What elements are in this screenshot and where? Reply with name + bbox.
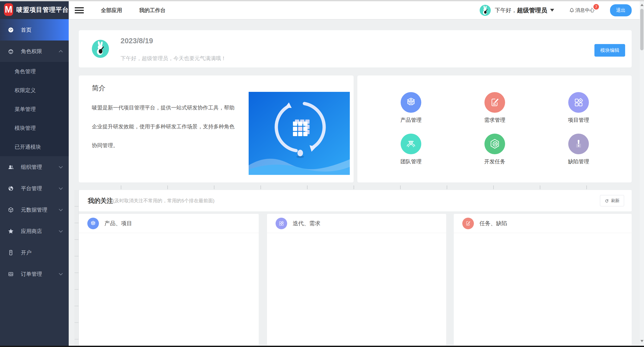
logo-m-icon: M xyxy=(4,3,13,16)
doc-edit-icon xyxy=(488,96,501,109)
cube-icon xyxy=(90,220,97,227)
app-title: 唛盟项目管理平台 xyxy=(16,6,69,14)
window-top-border xyxy=(0,0,644,1)
user-avatar[interactable] xyxy=(480,5,491,16)
sidebar-subitem-role-management[interactable]: 角色管理 xyxy=(0,62,69,81)
chevron-down-icon xyxy=(59,164,63,168)
user-menu[interactable]: 下午好，超级管理员 xyxy=(495,6,554,14)
app-shortcut-dev-tasks[interactable]: JS 开发任务 xyxy=(473,134,516,165)
welcome-date: 2023/8/19 xyxy=(121,37,153,45)
sidebar-item-metadata[interactable]: 元数据管理 xyxy=(0,199,69,220)
sidebar-item-label: 组织管理 xyxy=(21,164,59,171)
sidebar-item-label: 角色权限 xyxy=(21,48,59,55)
chevron-down-icon xyxy=(59,271,63,275)
logout-button[interactable]: 退出 xyxy=(610,4,632,16)
app-label: 产品管理 xyxy=(390,117,432,124)
follow-card-products-projects: 产品、项目 xyxy=(79,214,259,345)
sidebar-item-label: 订单管理 xyxy=(21,271,59,278)
tab-all-apps[interactable]: 全部应用 xyxy=(101,7,122,14)
cube-wireframe-icon xyxy=(8,207,14,213)
sidebar-subitem-module-management[interactable]: 模块管理 xyxy=(0,119,69,137)
js-hexagon-icon: JS xyxy=(488,138,501,150)
follow-card-header: 任务、缺陷 xyxy=(454,214,632,233)
app-label: 团队管理 xyxy=(390,158,432,165)
bell-icon xyxy=(569,7,575,13)
gauge-icon xyxy=(8,27,14,33)
apps-card: 产品管理 需求管理 xyxy=(357,75,632,182)
welcome-message: 下午好，超级管理员，今天也要元气满满哦！ xyxy=(121,55,226,62)
welcome-avatar xyxy=(92,40,109,58)
top-header: 全部应用 我的工作台 下午好，超级管理员 xyxy=(69,1,640,19)
robot-icon xyxy=(8,48,14,55)
app-shortcut-team[interactable]: 团队管理 xyxy=(390,134,432,165)
archive-icon xyxy=(8,271,14,277)
module-edit-button[interactable]: 模块编辑 xyxy=(594,44,625,57)
sidebar-item-role-permissions[interactable]: 角色权限 xyxy=(0,41,69,62)
my-follow-hint: (及时取消关注不常用的，常用的5个排在最前面) xyxy=(113,198,214,204)
cube-icon xyxy=(405,96,417,109)
chevron-down-icon xyxy=(59,228,63,233)
grid-icon xyxy=(572,96,585,109)
chevron-down-icon xyxy=(59,207,63,211)
star-icon xyxy=(8,228,14,235)
sidebar-item-label: 首页 xyxy=(21,26,62,33)
app-shortcut-project[interactable]: 项目管理 xyxy=(557,92,600,124)
server-icon xyxy=(8,249,14,256)
message-count-badge: 7 xyxy=(593,4,599,10)
globe-icon xyxy=(8,185,14,192)
scrollbar-down-arrow-icon[interactable] xyxy=(640,340,643,342)
sidebar-item-open-account[interactable]: 开户 xyxy=(0,242,69,263)
follow-card-header: 迭代、需求 xyxy=(267,214,446,233)
refresh-label: 刷新 xyxy=(611,198,620,204)
intro-card: 简介 唛盟是新一代项目管理平台，提供一站式研发协作工具，帮助企业提升研发效能，使… xyxy=(79,75,354,182)
background-grid-ticks xyxy=(79,185,632,189)
rabbit-avatar-icon xyxy=(92,40,109,57)
sidebar: M 唛盟项目管理平台 首页 xyxy=(0,0,69,347)
vertical-scrollbar[interactable] xyxy=(640,1,644,346)
intro-paragraph: 唛盟是新一代项目管理平台，提供一站式研发协作工具，帮助企业提升研发效能，使用于多… xyxy=(92,98,236,155)
app-shortcut-product[interactable]: 产品管理 xyxy=(390,92,432,124)
header-right-cluster: 下午好，超级管理员 消息中心 7 退出 xyxy=(480,4,632,16)
app-window: 全部应用 我的工作台 下午好，超级管理员 xyxy=(0,0,644,347)
sidebar-item-orders[interactable]: 订单管理 xyxy=(0,263,69,285)
users-icon xyxy=(8,164,14,170)
my-follow-header: 我的关注 (及时取消关注不常用的，常用的5个排在最前面) 刷新 xyxy=(79,190,632,211)
app-shortcut-defects[interactable]: 缺陷管理 xyxy=(557,134,600,165)
intro-title: 简介 xyxy=(92,84,105,93)
sidebar-item-app-store[interactable]: 应用商店 xyxy=(0,220,69,242)
refresh-button[interactable]: 刷新 xyxy=(600,195,624,206)
sidebar-item-label: 应用商店 xyxy=(21,228,59,235)
hamburger-menu-icon[interactable] xyxy=(75,6,84,15)
sidebar-item-home[interactable]: 首页 xyxy=(0,19,69,41)
message-center-button[interactable]: 消息中心 7 xyxy=(569,7,594,14)
background-grid-strip xyxy=(74,190,79,346)
doc-edit-icon xyxy=(465,220,472,227)
tab-my-workbench[interactable]: 我的工作台 xyxy=(139,7,166,14)
exclamation-icon xyxy=(572,138,585,150)
sidebar-item-label: 元数据管理 xyxy=(21,206,59,213)
chevron-down-icon xyxy=(59,186,63,190)
scrollbar-thumb[interactable] xyxy=(640,9,643,50)
sidebar-item-organization[interactable]: 组织管理 xyxy=(0,156,69,178)
greeting-text: 下午好， xyxy=(495,7,517,14)
platform-illustration xyxy=(249,92,350,175)
svg-text:JS: JS xyxy=(494,143,497,145)
app-label: 项目管理 xyxy=(557,117,600,124)
app-shortcut-requirements[interactable]: 需求管理 xyxy=(473,92,516,124)
scrollbar-up-arrow-icon[interactable] xyxy=(640,4,643,6)
sidebar-subitem-opened-modules[interactable]: 已开通模块 xyxy=(0,137,69,156)
follow-card-tasks-defects: 任务、缺陷 xyxy=(454,214,632,345)
app-label: 开发任务 xyxy=(473,158,516,165)
follow-card-header: 产品、项目 xyxy=(79,214,259,233)
sidebar-subitem-menu-management[interactable]: 菜单管理 xyxy=(0,100,69,119)
window-bottom-border xyxy=(0,346,644,347)
sidebar-item-platform[interactable]: 平台管理 xyxy=(0,178,69,199)
app-logo[interactable]: M 唛盟项目管理平台 xyxy=(0,0,69,19)
chevron-down-icon xyxy=(550,9,554,12)
follow-card-iterations-requirements: 迭代、需求 xyxy=(267,214,446,345)
rabbit-avatar-icon xyxy=(480,5,491,16)
follow-card-title: 迭代、需求 xyxy=(293,220,320,227)
grid-icon xyxy=(278,220,285,227)
sidebar-item-label: 开户 xyxy=(21,249,62,256)
sidebar-subitem-permission-definition[interactable]: 权限定义 xyxy=(0,81,69,100)
